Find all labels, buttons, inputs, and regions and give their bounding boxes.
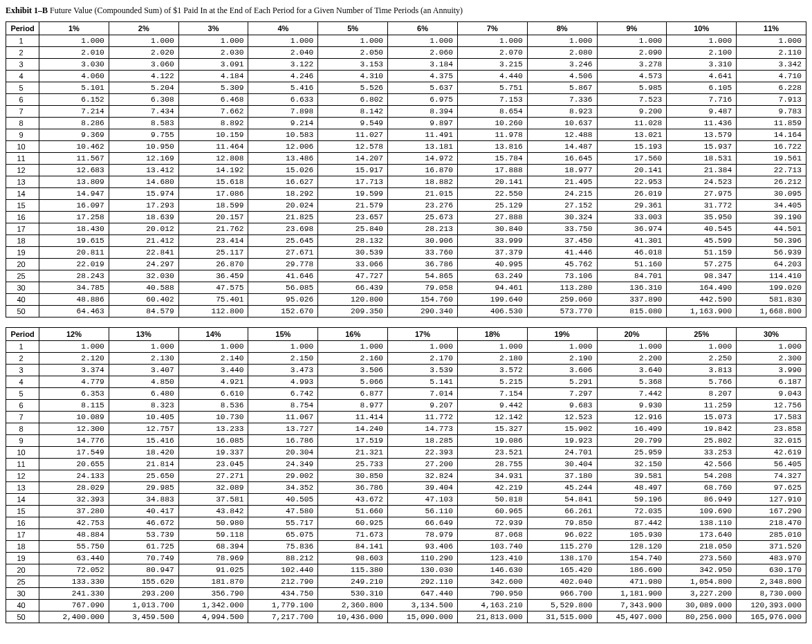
table-row: 2072.05280.94791.025102.440115.380130.03… [6,564,806,576]
value-cell: 8.977 [318,400,388,412]
value-cell: 2.110 [737,47,806,59]
period-cell: 10 [6,447,39,459]
value-cell: 6.105 [667,82,737,94]
value-cell: 17.888 [457,165,527,176]
value-cell: 7.523 [597,94,667,106]
value-cell: 10.405 [109,412,178,423]
value-cell: 27.200 [388,459,458,470]
value-cell: 33.003 [597,212,667,223]
value-cell: 86.949 [667,494,737,506]
value-cell: 199.640 [457,294,527,306]
value-cell: 8.286 [39,118,109,129]
value-cell: 11.978 [457,129,527,141]
value-cell: 8.754 [248,400,318,412]
value-cell: 1.000 [388,341,458,353]
value-cell: 218.470 [737,517,806,529]
value-cell: 78.979 [388,529,458,541]
value-cell: 24.133 [39,470,109,482]
value-cell: 7.154 [457,388,527,400]
value-cell: 37.450 [527,235,597,247]
value-cell: 59.196 [597,494,667,506]
table-row: 22.0102.0202.0302.0402.0502.0602.0702.08… [6,47,806,59]
period-cell: 14 [6,494,39,506]
value-cell: 15.937 [667,141,737,153]
value-cell: 60.925 [318,517,388,529]
value-cell: 1,181.900 [597,588,667,600]
table-row: 1642.75346.67250.98055.71760.92566.64972… [6,517,806,529]
period-cell: 30 [6,282,39,294]
value-cell: 27.888 [457,212,527,223]
value-cell: 4.310 [318,71,388,82]
value-cell: 9.043 [737,388,806,400]
value-cell: 71.673 [318,529,388,541]
value-cell: 57.275 [667,259,737,270]
value-cell: 40.588 [109,282,178,294]
value-cell: 41.646 [248,270,318,282]
value-cell: 79.850 [527,517,597,529]
value-cell: 103.740 [457,541,527,553]
value-cell: 37.180 [527,470,597,482]
value-cell: 73.106 [527,270,597,282]
period-cell: 3 [6,365,39,376]
value-cell: 30.095 [737,188,806,200]
value-cell: 12.757 [109,423,178,435]
value-cell: 54.841 [527,494,597,506]
value-cell: 18.285 [388,435,458,447]
period-cell: 8 [6,423,39,435]
value-cell: 11.027 [318,129,388,141]
value-cell: 21.384 [667,165,737,176]
value-cell: 1.000 [737,341,806,353]
value-cell: 30.840 [457,223,527,235]
value-cell: 647.440 [388,588,458,600]
value-cell: 12.756 [737,400,806,412]
table-row: 1718.43020.01221.76223.69825.84028.21330… [6,223,806,235]
value-cell: 33.066 [318,259,388,270]
period-cell: 11 [6,153,39,165]
value-cell: 2.160 [318,353,388,365]
table-row: 710.08910.40510.73011.06711.41411.77212.… [6,412,806,423]
table-row: 25133.330155.620181.870212.790249.210292… [6,576,806,588]
table-row: 1516.09717.29318.59920.02421.57923.27625… [6,200,806,212]
value-cell: 59.118 [178,529,248,541]
table-row: 56.3536.4806.6106.7426.8777.0147.1547.29… [6,388,806,400]
value-cell: 80.947 [109,564,178,576]
value-cell: 9.214 [248,118,318,129]
value-cell: 55.750 [39,541,109,553]
value-cell: 14.972 [388,153,458,165]
value-cell: 3.506 [318,365,388,376]
value-cell: 164.490 [667,282,737,294]
rate-header: 2% [109,22,178,35]
value-cell: 13.486 [248,153,318,165]
period-cell: 16 [6,212,39,223]
value-cell: 5.526 [318,82,388,94]
rate-header: 18% [457,328,527,341]
value-cell: 64.203 [737,259,806,270]
value-cell: 27.975 [667,188,737,200]
value-cell: 50.396 [737,235,806,247]
value-cell: 4.246 [248,71,318,82]
value-cell: 8.583 [109,118,178,129]
table-row: 2528.24332.03036.45941.64647.72754.86563… [6,270,806,282]
table-row: 1212.68313.41214.19215.02615.91716.87017… [6,165,806,176]
value-cell: 1.000 [527,35,597,47]
rate-header: 30% [737,328,806,341]
rate-header: 8% [527,22,597,35]
value-cell: 32.015 [737,435,806,447]
value-cell: 155.620 [109,576,178,588]
period-cell: 17 [6,529,39,541]
value-cell: 23.414 [178,235,248,247]
value-cell: 56.110 [388,506,458,517]
value-cell: 25.959 [597,447,667,459]
value-cell: 20.655 [39,459,109,470]
rate-header: 20% [597,328,667,341]
table-row: 77.2147.4347.6627.8988.1428.3948.6548.92… [6,106,806,118]
table-row: 68.1158.3238.5368.7548.9779.2079.4429.68… [6,400,806,412]
value-cell: 13.181 [388,141,458,153]
value-cell: 2.060 [388,47,458,59]
value-cell: 39.404 [388,482,458,494]
value-cell: 12.808 [178,153,248,165]
period-header: Period [6,328,39,341]
value-cell: 3.572 [457,365,527,376]
table-row: 55.1015.2045.3095.4165.5265.6375.7515.86… [6,82,806,94]
table-row: 1111.56712.16912.80813.48614.20714.97215… [6,153,806,165]
